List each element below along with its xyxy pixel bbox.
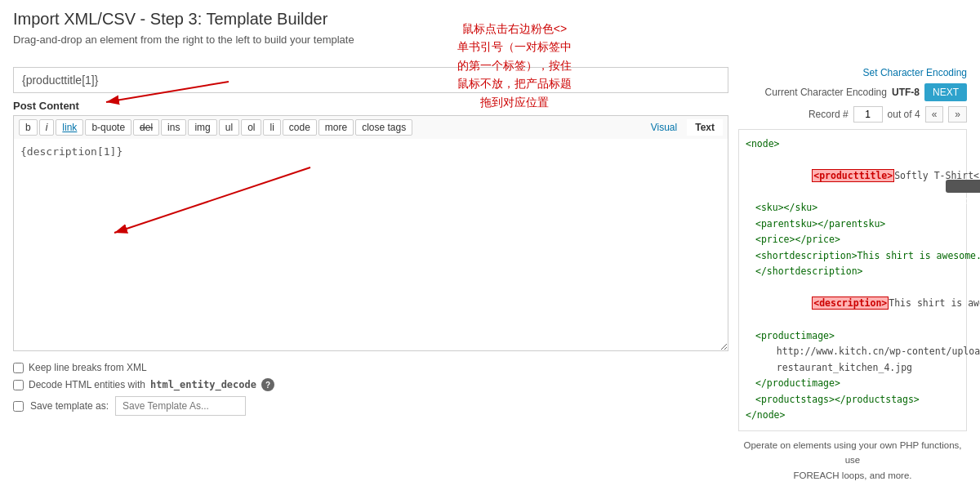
decode-function: html_entity_decode (150, 379, 256, 390)
record-input[interactable] (853, 106, 883, 123)
decode-entities-row: Decode HTML entities with html_entity_de… (13, 378, 728, 391)
post-title-input[interactable] (13, 67, 728, 93)
keep-linebreaks-row: Keep line breaks from XML (13, 362, 728, 373)
right-panel: Set Character Encoding Current Character… (738, 67, 967, 486)
editor-textarea[interactable]: {description[1]} (13, 139, 728, 351)
toolbar-link[interactable]: link (56, 119, 83, 136)
toolbar-bquote[interactable]: b-quote (85, 119, 131, 136)
xml-productimage-close: </productimage> (746, 376, 960, 392)
save-template-checkbox[interactable] (13, 401, 24, 412)
set-encoding-link[interactable]: Set Character Encoding (863, 67, 967, 78)
xml-shortdesc-open: <shortdescription>This shirt is awesome. (746, 248, 960, 265)
toolbar-ul[interactable]: ul (219, 119, 239, 136)
right-panel-top: Set Character Encoding (738, 67, 967, 78)
toolbar-close-tags[interactable]: close tags (355, 119, 412, 136)
toolbar-del[interactable]: del (133, 119, 159, 136)
php-note-line2: FOREACH loops, and more. (793, 470, 911, 480)
page-wrapper: Import XML/CSV - Step 3: Template Builde… (0, 0, 980, 486)
php-note: Operate on elements using your own PHP f… (738, 438, 967, 486)
decode-entities-label: Decode HTML entities with (29, 379, 145, 390)
xml-description-tag[interactable]: <description> (812, 297, 889, 310)
encoding-label: Current Character Encoding (765, 87, 887, 98)
xml-producttitle-tag[interactable]: <producttitle> (812, 169, 894, 182)
xml-price-line: <price></price> (746, 232, 960, 248)
toolbar-more[interactable]: more (318, 119, 354, 136)
xml-parentsku-line: <parentsku></parentsku> (746, 216, 960, 233)
page-title: Import XML/CSV - Step 3: Template Builde… (0, 0, 980, 29)
nav-prev-btn[interactable]: « (925, 106, 944, 123)
toolbar-ins[interactable]: ins (161, 119, 186, 136)
keep-linebreaks-label: Keep line breaks from XML (29, 362, 147, 373)
xml-node-open: <node> (746, 136, 960, 153)
decode-entities-checkbox[interactable] (13, 380, 24, 390)
xml-productstags-line: <productstags></productstags> (746, 392, 960, 408)
php-note-line1: Operate on elements using your own PHP f… (744, 440, 962, 465)
xml-description-line[interactable]: <description>This shirt is awesome.</des… (746, 280, 960, 328)
toolbar-ol[interactable]: ol (241, 119, 261, 136)
xml-description-val: This shirt is awesome.</description> (889, 297, 980, 309)
xml-producttitle-line[interactable]: <producttitle>Softly T-Shirt</producttit… (746, 153, 960, 201)
toolbar-code[interactable]: code (283, 119, 317, 136)
toolbar-li[interactable]: li (263, 119, 280, 136)
toolbar-img[interactable]: img (188, 119, 216, 136)
editor-toolbar: b i link b-quote del ins img ul ol li co… (13, 115, 728, 139)
next-btn-small[interactable]: NEXT (924, 83, 967, 101)
left-panel: Post Content b i link b-quote del ins im… (13, 67, 728, 486)
encoding-value: UTF-8 (892, 87, 920, 98)
tab-visual[interactable]: Visual (643, 119, 685, 136)
save-template-row: Save template as: (13, 396, 728, 416)
record-of-label: out of 4 (888, 109, 920, 120)
toolbar-i[interactable]: i (39, 119, 55, 136)
toolbar-b[interactable]: b (19, 119, 38, 136)
xml-tree: <node> <producttitle>Softly T-Shirt</pro… (738, 129, 967, 431)
record-nav: Record # out of 4 « » (738, 106, 967, 123)
xml-node-close: </node> (746, 408, 960, 424)
save-template-label: Save template as: (30, 400, 109, 412)
page-subtitle: Drag-and-drop an element from the right … (0, 33, 980, 54)
save-template-input[interactable] (115, 396, 246, 416)
nav-next-btn[interactable]: » (948, 106, 967, 123)
keep-linebreaks-checkbox[interactable] (13, 363, 24, 373)
bottom-options: Keep line breaks from XML Decode HTML en… (13, 362, 728, 416)
xml-image-url-line1: http://www.kitch.cn/wp-content/uploads/2… (746, 344, 960, 360)
share-tab[interactable]: 分享 (946, 180, 980, 193)
record-label: Record # (808, 109, 849, 120)
xml-shortdesc-close: </shortdescription> (746, 264, 960, 280)
post-content-label: Post Content (13, 100, 728, 112)
info-icon[interactable]: ? (261, 378, 274, 391)
xml-productimage-open: <productimage> (746, 328, 960, 345)
xml-image-url-line2: restaurant_kitchen_4.jpg (746, 360, 960, 377)
tab-text[interactable]: Text (687, 119, 723, 136)
main-content: Post Content b i link b-quote del ins im… (0, 54, 980, 486)
xml-sku-line: <sku></sku> (746, 200, 960, 216)
